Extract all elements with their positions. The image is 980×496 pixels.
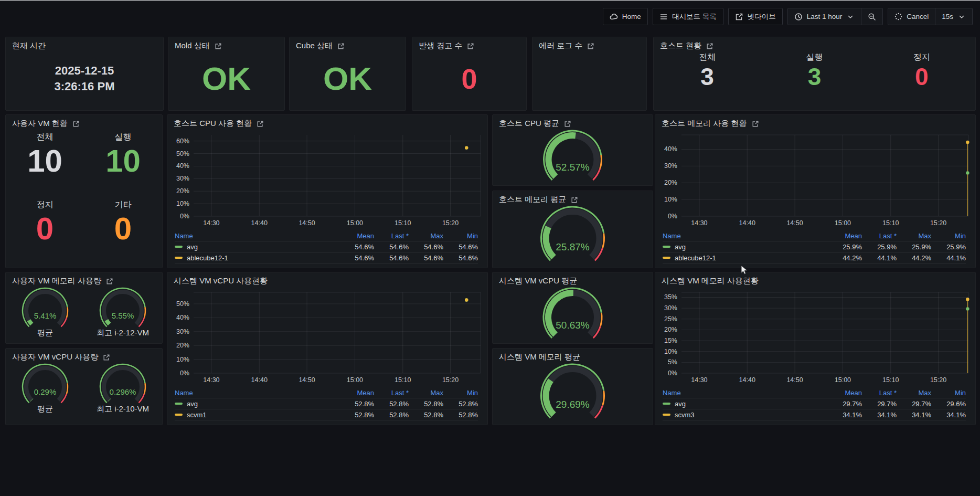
legend-value: 54.6% <box>339 243 374 251</box>
svg-text:15:20: 15:20 <box>442 376 459 384</box>
legend-header-col[interactable]: Min <box>931 389 966 397</box>
series-point <box>465 298 468 301</box>
svg-text:20%: 20% <box>176 187 189 195</box>
legend-header-col[interactable]: Min <box>443 389 478 397</box>
legend-header-col[interactable]: Mean <box>827 389 862 397</box>
netdive-button[interactable]: 넷다이브 <box>728 8 783 25</box>
svg-text:14:30: 14:30 <box>203 219 219 227</box>
legend-header-col[interactable]: Mean <box>339 389 374 397</box>
legend-value: 54.6% <box>339 254 374 262</box>
panel-host-cpu-chart: 호스트 CPU 사용 현황 0%10%20%30%40%50%60%14:301… <box>167 114 488 268</box>
legend-header-name[interactable]: Name <box>175 232 339 240</box>
legend-value: 29.7% <box>862 400 897 408</box>
external-link-icon[interactable] <box>103 354 110 361</box>
external-link-icon[interactable] <box>564 120 571 128</box>
panel-title-text: 호스트 CPU 평균 <box>499 119 559 129</box>
legend-header-col[interactable]: Min <box>443 232 478 240</box>
panel-title-text: 호스트 메모리 사용 현황 <box>662 119 747 129</box>
legend-row[interactable]: avg54.6%54.6%54.6%54.6% <box>175 241 478 252</box>
panel-user-vm-status: 사용자 VM 현황 전체 10 실행 10 정지 0 기타 0 <box>5 114 163 268</box>
legend-value: 44.1% <box>862 254 897 262</box>
legend-header-col[interactable]: Max <box>409 232 443 240</box>
panel-title-text: 에러 로그 수 <box>539 41 582 51</box>
external-link-icon[interactable] <box>706 43 713 50</box>
panel-host-mem-gauge: 호스트 메모리 평균 25.87% <box>492 191 653 268</box>
time-series-plot[interactable]: 0%5%10%15%20%25%30%35%14:3014:4014:5015:… <box>659 288 971 385</box>
time-series-plot[interactable]: 0%10%20%30%40%50%14:3014:4014:5015:0015:… <box>172 288 483 385</box>
external-link-icon[interactable] <box>571 196 578 204</box>
stat-stopped: 정지 0 <box>868 50 975 107</box>
legend-header-name[interactable]: Name <box>663 389 827 397</box>
series-color-swatch <box>175 246 183 248</box>
svg-text:29.69%: 29.69% <box>556 399 590 410</box>
panel-title[interactable]: 시스템 VM 메모리 평균 <box>493 349 653 362</box>
legend-row[interactable]: ablecube12-154.6%54.6%54.6%54.6% <box>175 252 478 263</box>
panel-title[interactable]: 사용자 VM 메모리 사용량 <box>6 272 162 286</box>
svg-text:10%: 10% <box>664 348 677 355</box>
gauge-cell: 0.29% 평균 <box>7 362 83 423</box>
external-link-icon[interactable] <box>752 120 759 128</box>
legend-row[interactable]: avg25.9%25.9%25.9%25.9% <box>663 241 966 252</box>
refresh-interval-dropdown[interactable]: 15s <box>935 8 972 25</box>
panel-title[interactable]: 에러 로그 수 <box>532 37 646 51</box>
stat-total: 전체 3 <box>654 50 761 107</box>
netdive-label: 넷다이브 <box>748 12 776 22</box>
panel-title[interactable]: 시스템 VM vCPU 사용현황 <box>167 272 487 286</box>
legend-header-name[interactable]: Name <box>175 389 339 397</box>
time-series-plot[interactable]: 0%10%20%30%40%50%60%14:3014:4014:5015:00… <box>172 131 483 228</box>
panel-title[interactable]: 사용자 VM vCPU 사용량 <box>6 349 162 362</box>
panel-title[interactable]: 시스템 VM vCPU 평균 <box>493 272 653 286</box>
svg-text:14:50: 14:50 <box>786 219 803 227</box>
panel-title[interactable]: 호스트 CPU 평균 <box>493 115 653 129</box>
panel-title[interactable]: 호스트 메모리 사용 현황 <box>655 115 975 129</box>
legend-row[interactable]: scvm334.1%34.1%34.1%34.1% <box>663 409 966 420</box>
svg-text:0.296%: 0.296% <box>110 387 136 396</box>
gauge: 0.29% <box>7 362 83 406</box>
gauge-svg: 5.41% <box>7 286 83 330</box>
panel-sys-vm-vcpu-chart: 시스템 VM vCPU 사용현황 0%10%20%30%40%50%14:301… <box>167 272 488 425</box>
dashboard-list-button[interactable]: 대시보드 목록 <box>653 8 723 25</box>
legend-row[interactable]: avg29.7%29.7%29.7%29.6% <box>663 398 966 409</box>
time-range-picker[interactable]: Last 1 hour <box>788 8 861 25</box>
legend-header-col[interactable]: Max <box>409 389 443 397</box>
legend-row[interactable]: avg52.8%52.8%52.8%52.8% <box>175 398 478 409</box>
panel-title[interactable]: 호스트 CPU 사용 현황 <box>167 115 487 129</box>
legend-header-col[interactable]: Max <box>897 389 931 397</box>
panel-title[interactable]: 호스트 현황 <box>654 37 975 51</box>
cancel-label: Cancel <box>907 13 929 20</box>
home-button[interactable]: Home <box>603 8 648 25</box>
series-color-swatch <box>663 246 670 248</box>
external-link-icon[interactable] <box>587 43 594 50</box>
external-link-icon[interactable] <box>72 120 80 128</box>
panel-title[interactable]: 호스트 메모리 평균 <box>493 191 653 205</box>
legend-row[interactable]: scvm152.8%52.8%52.8%52.8% <box>175 409 478 420</box>
legend-table: NameMeanLast *MaxMinavg25.9%25.9%25.9%25… <box>663 230 966 263</box>
legend-header-col[interactable]: Last * <box>862 389 897 397</box>
panel-error-log-count: 에러 로그 수 <box>532 37 647 111</box>
legend-row[interactable]: ablecube12-144.2%44.1%44.2%44.1% <box>663 252 966 263</box>
legend-header-name[interactable]: Name <box>663 232 827 240</box>
legend-header-col[interactable]: Min <box>931 232 966 240</box>
time-series-plot[interactable]: 0%10%20%30%40%14:3014:4014:5015:0015:101… <box>659 131 971 228</box>
refresh-cancel-button[interactable]: Cancel <box>888 8 935 25</box>
legend-header-col[interactable]: Last * <box>374 389 409 397</box>
legend-header-col[interactable]: Max <box>897 232 931 240</box>
legend-header-col[interactable]: Mean <box>827 232 862 240</box>
external-link-icon[interactable] <box>106 278 113 285</box>
panel-title[interactable]: 사용자 VM 현황 <box>6 115 162 129</box>
legend-value: 34.1% <box>862 411 897 419</box>
svg-text:40%: 40% <box>176 314 189 321</box>
legend-header-col[interactable]: Last * <box>862 232 897 240</box>
legend-header-col[interactable]: Mean <box>339 232 374 240</box>
panel-user-vm-vcpu-gauges: 사용자 VM vCPU 사용량 0.29% 평균 0.296% 최고 i-2-1… <box>5 348 163 425</box>
legend-value: 44.1% <box>931 254 966 262</box>
gauge-pair: 0.29% 평균 0.296% 최고 i-2-10-VM <box>6 362 162 423</box>
svg-text:15:20: 15:20 <box>442 219 459 227</box>
panel-title[interactable]: 시스템 VM 메모리 사용현황 <box>655 272 975 286</box>
series-point <box>966 307 969 310</box>
svg-text:50.63%: 50.63% <box>556 320 590 331</box>
legend-header-col[interactable]: Last * <box>374 232 409 240</box>
external-link-icon[interactable] <box>257 120 264 128</box>
zoom-out-button[interactable] <box>861 8 882 25</box>
svg-text:10%: 10% <box>664 196 677 203</box>
